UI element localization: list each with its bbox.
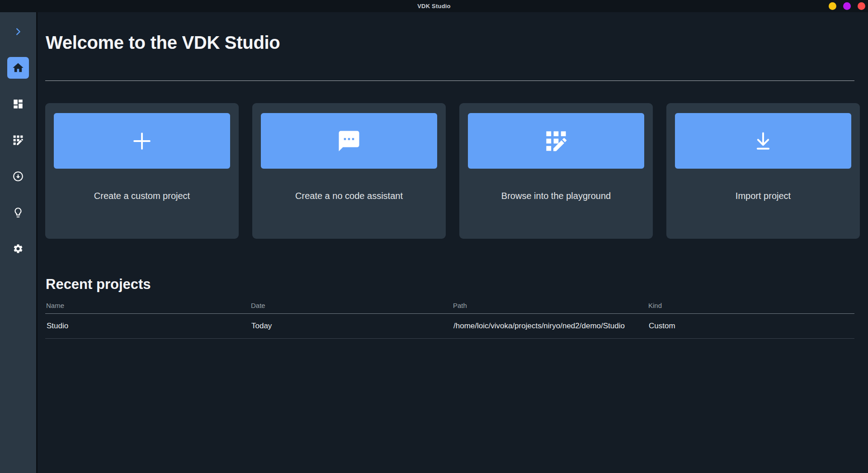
sidebar-item-home[interactable] [7, 57, 29, 79]
main-content: Welcome to the VDK Studio Create a custo… [38, 12, 868, 473]
grid-edit-icon [12, 134, 24, 146]
card-create-custom-project[interactable]: Create a custom project [45, 103, 239, 239]
create-no-code-assistant-button[interactable] [261, 113, 437, 169]
sidebar-item-dashboard[interactable] [0, 93, 36, 115]
arrow-circle-down-icon [12, 170, 24, 182]
window-title: VDK Studio [417, 3, 451, 9]
gear-icon [13, 243, 24, 254]
lightbulb-icon [12, 207, 24, 218]
column-header-kind: Kind [647, 299, 854, 313]
chevron-right-icon [13, 27, 23, 37]
sidebar [0, 12, 38, 473]
column-header-path: Path [452, 299, 647, 313]
minimize-button[interactable] [829, 2, 836, 10]
import-project-button[interactable] [675, 113, 851, 169]
column-header-name: Name [45, 299, 250, 313]
chat-icon [337, 129, 361, 153]
sidebar-item-ideas[interactable] [0, 202, 36, 223]
page-title: Welcome to the VDK Studio [46, 33, 280, 53]
sidebar-item-settings[interactable] [0, 238, 36, 260]
sidebar-item-playground[interactable] [0, 129, 36, 151]
card-label: Import project [675, 191, 851, 201]
sidebar-expand-button[interactable] [0, 21, 36, 43]
column-header-date: Date [250, 299, 452, 313]
home-icon [12, 61, 24, 74]
card-label: Create a custom project [54, 191, 230, 201]
download-icon [750, 128, 776, 154]
create-custom-project-button[interactable] [54, 113, 230, 169]
card-create-no-code-assistant[interactable]: Create a no code assistant [252, 103, 446, 239]
card-import-project[interactable]: Import project [666, 103, 860, 239]
grid-edit-icon [544, 129, 568, 153]
card-browse-playground[interactable]: Browse into the playground [459, 103, 653, 239]
card-label: Create a no code assistant [261, 191, 437, 201]
recent-projects-title: Recent projects [46, 276, 151, 293]
table-header-row: Name Date Path Kind [45, 299, 854, 313]
heading-divider [45, 80, 854, 81]
project-path-cell: /home/loic/vivoka/projects/niryo/ned2/de… [452, 313, 647, 338]
recent-projects-table: Name Date Path Kind Studio Today /home/l… [45, 299, 854, 339]
close-button[interactable] [858, 2, 865, 10]
sidebar-item-downloads[interactable] [0, 166, 36, 187]
browse-playground-button[interactable] [468, 113, 644, 169]
project-kind-cell: Custom [647, 313, 854, 338]
window-controls [829, 0, 865, 12]
card-label: Browse into the playground [468, 191, 644, 201]
maximize-button[interactable] [843, 2, 851, 10]
titlebar: VDK Studio [0, 0, 868, 12]
project-date-cell: Today [250, 313, 452, 338]
action-cards: Create a custom project Create a no code… [45, 103, 860, 239]
table-row[interactable]: Studio Today /home/loic/vivoka/projects/… [45, 313, 854, 338]
project-name-cell: Studio [45, 313, 250, 338]
dashboard-icon [12, 98, 24, 110]
plus-icon [129, 128, 155, 154]
